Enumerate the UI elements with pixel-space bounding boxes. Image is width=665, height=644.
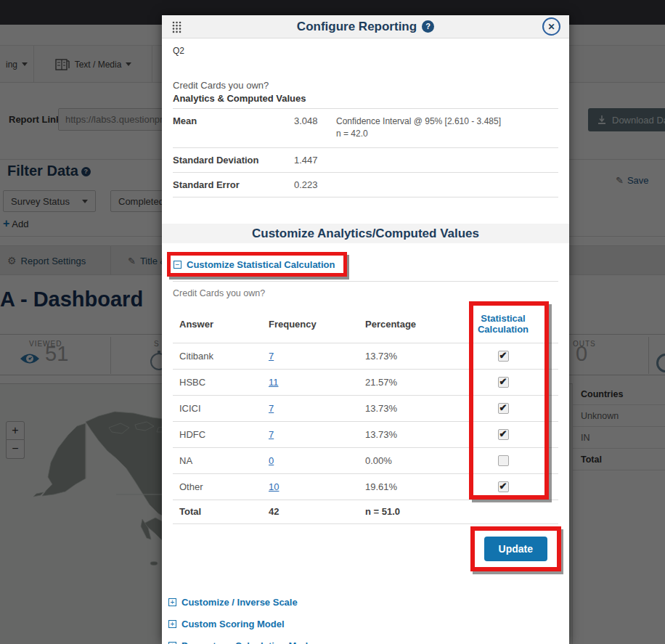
checkbox[interactable]: ✔ <box>498 351 509 362</box>
analytics-value: 3.048 <box>294 115 336 141</box>
header-frequency: Frequency <box>269 319 365 330</box>
annotation-box-update: Update <box>470 526 561 571</box>
checkbox-cell: ✔ <box>498 351 509 362</box>
checkbox-cell: ✔ <box>498 429 509 440</box>
analytics-value: 1.447 <box>294 155 336 166</box>
table-row: ICICI 7 13.73% ✔ <box>173 395 558 421</box>
frequency-link[interactable]: 7 <box>269 351 365 362</box>
percentage-calculation-mode-link[interactable]: Percentage Calculation Mode <box>181 640 313 644</box>
analytics-label: Mean <box>173 115 294 141</box>
frequency-link[interactable]: 0 <box>269 455 365 466</box>
section-percentage-calculation-mode: +Percentage Calculation Mode <box>168 639 558 644</box>
table-total-row: Total 42 n = 51.0 <box>173 500 558 523</box>
confidence-interval: Confidence Interval @ 95% [2.610 - 3.485… <box>336 116 501 126</box>
frequency-link[interactable]: 7 <box>269 429 365 440</box>
update-area: Update <box>173 524 558 571</box>
sample-size: n = 42.0 <box>336 129 368 139</box>
expandable-sections: +Customize / Inverse Scale +Custom Scori… <box>168 595 558 644</box>
modal-header: Configure Reporting ? ✕ <box>162 15 569 38</box>
checkbox[interactable]: ✔ <box>498 481 509 492</box>
section-custom-scoring-model: +Custom Scoring Model <box>168 617 558 630</box>
expand-icon[interactable]: + <box>168 620 176 628</box>
checkbox-cell <box>498 455 509 466</box>
answer-cell: NA <box>179 455 269 466</box>
modal-title: Configure Reporting <box>297 20 417 34</box>
percentage-cell: 0.00% <box>365 455 452 466</box>
update-button[interactable]: Update <box>484 537 547 561</box>
custom-scoring-model-link[interactable]: Custom Scoring Model <box>181 619 285 629</box>
analytics-table: Mean 3.048 Confidence Interval @ 95% [2.… <box>173 108 558 197</box>
checkbox[interactable]: ✔ <box>498 429 509 440</box>
total-frequency: 42 <box>269 506 365 517</box>
checkbox-cell: ✔ <box>498 403 509 414</box>
annotation-box-stat-calc-link: −Customize Statistical Calculation <box>167 252 347 277</box>
divider <box>173 281 558 282</box>
header-statistical-calculation: Statistical Calculation <box>467 313 539 335</box>
percentage-cell: 13.73% <box>365 351 452 362</box>
total-label: Total <box>179 506 269 517</box>
configure-reporting-modal: Configure Reporting ? ✕ Q2 Credit Cards … <box>162 15 569 644</box>
section-customize-inverse-scale: +Customize / Inverse Scale <box>168 595 558 608</box>
analytics-heading: Analytics & Computed Values <box>173 93 558 104</box>
question-text-repeat: Credit Cards you own? <box>173 288 558 298</box>
answer-cell: HSBC <box>179 377 269 388</box>
percentage-cell: 13.73% <box>365 403 452 414</box>
close-icon[interactable]: ✕ <box>542 17 560 36</box>
table-row: NA 0 0.00% <box>173 447 558 473</box>
checkbox-cell: ✔ <box>498 481 509 492</box>
statistical-calc-table: Answer Frequency Percentage Statistical … <box>173 309 558 524</box>
table-row: HDFC 7 13.73% ✔ <box>173 421 558 447</box>
customize-band-title: Customize Analytics/Computed Values <box>162 224 569 243</box>
checkbox-cell: ✔ <box>498 377 509 388</box>
percentage-cell: 13.73% <box>365 429 452 440</box>
help-icon[interactable]: ? <box>422 20 434 33</box>
percentage-cell: 21.57% <box>365 377 452 388</box>
analytics-label: Standard Error <box>173 179 294 190</box>
collapse-icon[interactable]: − <box>174 261 181 269</box>
checkbox[interactable]: ✔ <box>498 377 509 388</box>
table-header-row: Answer Frequency Percentage Statistical … <box>173 309 558 343</box>
checkbox[interactable] <box>498 455 509 466</box>
customize-inverse-scale-link[interactable]: Customize / Inverse Scale <box>181 597 298 608</box>
table-row: HSBC 11 21.57% ✔ <box>173 369 558 395</box>
analytics-row-stderr: Standard Error 0.223 <box>173 173 558 197</box>
header-answer: Answer <box>179 319 269 330</box>
analytics-note: Confidence Interval @ 95% [2.610 - 3.485… <box>336 115 501 141</box>
header-percentage: Percentage <box>365 319 452 330</box>
frequency-link[interactable]: 10 <box>269 481 365 492</box>
percentage-cell: 19.61% <box>365 481 452 492</box>
answer-cell: Other <box>179 481 269 492</box>
analytics-value: 0.223 <box>294 179 336 190</box>
total-sample-size: n = 51.0 <box>365 506 452 517</box>
answer-cell: ICICI <box>179 403 269 414</box>
analytics-row-mean: Mean 3.048 Confidence Interval @ 95% [2.… <box>173 109 558 148</box>
table-row: Other 10 19.61% ✔ <box>173 473 558 500</box>
modal-body: Q2 Credit Cards you own? Analytics & Com… <box>162 46 569 644</box>
analytics-label: Standard Deviation <box>173 155 294 166</box>
checkbox[interactable]: ✔ <box>498 403 509 414</box>
table-row: Citibank 7 13.73% ✔ <box>173 343 558 369</box>
question-code: Q2 <box>173 46 558 56</box>
analytics-row-stddev: Standard Deviation 1.447 <box>173 148 558 173</box>
question-text: Credit Cards you own? <box>173 80 558 91</box>
frequency-link[interactable]: 7 <box>269 403 365 414</box>
answer-cell: Citibank <box>179 351 269 362</box>
frequency-link[interactable]: 11 <box>269 377 365 388</box>
customize-statistical-calculation-link[interactable]: Customize Statistical Calculation <box>187 259 335 270</box>
answer-cell: HDFC <box>179 429 269 440</box>
expand-icon[interactable]: + <box>168 598 176 606</box>
drag-handle-icon[interactable] <box>172 21 181 33</box>
